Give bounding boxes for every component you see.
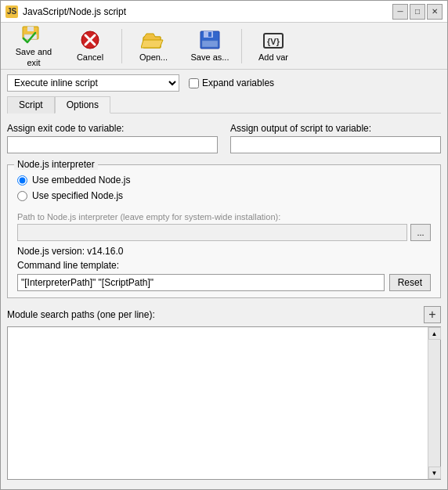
version-text: Node.js version: v14.16.0: [17, 246, 431, 257]
use-embedded-text: Use embedded Node.js: [32, 175, 130, 186]
use-embedded-radio[interactable]: [17, 175, 27, 186]
tab-script[interactable]: Script: [7, 96, 55, 113]
save-as-button[interactable]: Save as...: [183, 27, 237, 66]
interpreter-group-title: Node.js interpreter: [14, 159, 98, 170]
open-button[interactable]: Open...: [127, 27, 180, 66]
output-var-label: Assign output of script to variable:: [230, 123, 441, 134]
cmdline-label: Command line template:: [17, 260, 431, 271]
expand-variables-text: Expand variables: [202, 77, 274, 88]
use-embedded-label[interactable]: Use embedded Node.js: [17, 175, 431, 186]
use-specified-text: Use specified Node.js: [32, 190, 123, 201]
svg-text:{V}: {V}: [267, 37, 280, 46]
browse-button[interactable]: ...: [410, 224, 431, 241]
scroll-track: [428, 340, 440, 467]
add-path-button[interactable]: +: [424, 306, 441, 323]
cmdline-input[interactable]: [17, 274, 385, 291]
window-icon: JS: [5, 5, 18, 18]
save-as-label: Save as...: [191, 52, 229, 63]
cancel-button[interactable]: Cancel: [63, 27, 117, 66]
main-window: JS JavaScript/Node.js script ─ □ ✕ Save …: [0, 0, 448, 490]
scrollbar-vertical[interactable]: ▲ ▼: [428, 327, 440, 479]
use-specified-label[interactable]: Use specified Node.js: [17, 190, 431, 201]
cancel-label: Cancel: [77, 52, 103, 63]
reset-button[interactable]: Reset: [389, 274, 431, 291]
expand-variables-label[interactable]: Expand variables: [189, 77, 274, 88]
module-section: Module search paths (one per line): + ▲ …: [7, 306, 441, 480]
module-label: Module search paths (one per line):: [7, 309, 155, 320]
open-label: Open...: [139, 52, 168, 63]
module-textarea-wrapper: ▲ ▼: [7, 326, 441, 480]
svg-rect-9: [208, 32, 211, 37]
path-input-row: ...: [17, 224, 431, 241]
path-section: Path to Node.js interpreter (leave empty…: [17, 212, 431, 241]
exit-code-label: Assign exit code to variable:: [7, 123, 218, 134]
variable-fields: Assign exit code to variable: Assign out…: [7, 123, 441, 153]
save-exit-icon: [21, 23, 46, 45]
add-var-icon: {V}: [261, 29, 286, 51]
output-var-field-group: Assign output of script to variable:: [230, 123, 441, 153]
toolbar-separator-1: [121, 29, 122, 63]
toolbar: Save and exit Cancel Open...: [1, 23, 447, 70]
toolbar-separator-2: [241, 29, 242, 63]
title-controls: ─ □ ✕: [392, 4, 443, 20]
cancel-icon: [78, 29, 103, 51]
options-panel: Assign exit code to variable: Assign out…: [7, 118, 441, 485]
title-bar: JS JavaScript/Node.js script ─ □ ✕: [1, 1, 447, 23]
path-input[interactable]: [17, 224, 407, 241]
tabs-row: Script Options: [7, 96, 441, 113]
module-paths-textarea[interactable]: [8, 327, 428, 479]
minimize-button[interactable]: ─: [392, 4, 408, 20]
execute-mode-dropdown[interactable]: Execute inline script: [7, 74, 179, 92]
add-var-button[interactable]: {V} Add var: [247, 27, 300, 66]
maximize-button[interactable]: □: [410, 4, 425, 20]
path-description: Path to Node.js interpreter (leave empty…: [17, 212, 431, 222]
dropdown-row: Execute inline script Expand variables: [7, 74, 441, 92]
open-icon: [141, 29, 166, 51]
cmdline-section: Command line template: Reset: [17, 260, 431, 291]
svg-rect-10: [202, 41, 218, 47]
interpreter-group: Node.js interpreter Use embedded Node.js…: [7, 164, 441, 298]
window-title: JavaScript/Node.js script: [23, 6, 126, 17]
interpreter-radio-group: Use embedded Node.js Use specified Node.…: [17, 175, 431, 201]
add-var-label: Add var: [258, 52, 288, 63]
scroll-up-arrow[interactable]: ▲: [428, 327, 441, 340]
cmdline-input-row: Reset: [17, 274, 431, 291]
scroll-down-arrow[interactable]: ▼: [428, 467, 441, 479]
use-specified-radio[interactable]: [17, 191, 27, 201]
module-header: Module search paths (one per line): +: [7, 306, 441, 323]
save-as-icon: [197, 29, 222, 51]
save-exit-label: Save and exit: [9, 47, 58, 67]
exit-code-field-group: Assign exit code to variable:: [7, 123, 218, 153]
tab-options[interactable]: Options: [55, 96, 110, 113]
output-var-input[interactable]: [230, 136, 441, 153]
expand-variables-checkbox[interactable]: [189, 78, 199, 88]
title-bar-left: JS JavaScript/Node.js script: [5, 5, 126, 18]
content-area: Execute inline script Expand variables S…: [1, 70, 447, 489]
exit-code-input[interactable]: [7, 136, 218, 153]
close-button[interactable]: ✕: [427, 4, 443, 20]
save-exit-button[interactable]: Save and exit: [7, 27, 60, 66]
svg-rect-1: [27, 27, 34, 31]
